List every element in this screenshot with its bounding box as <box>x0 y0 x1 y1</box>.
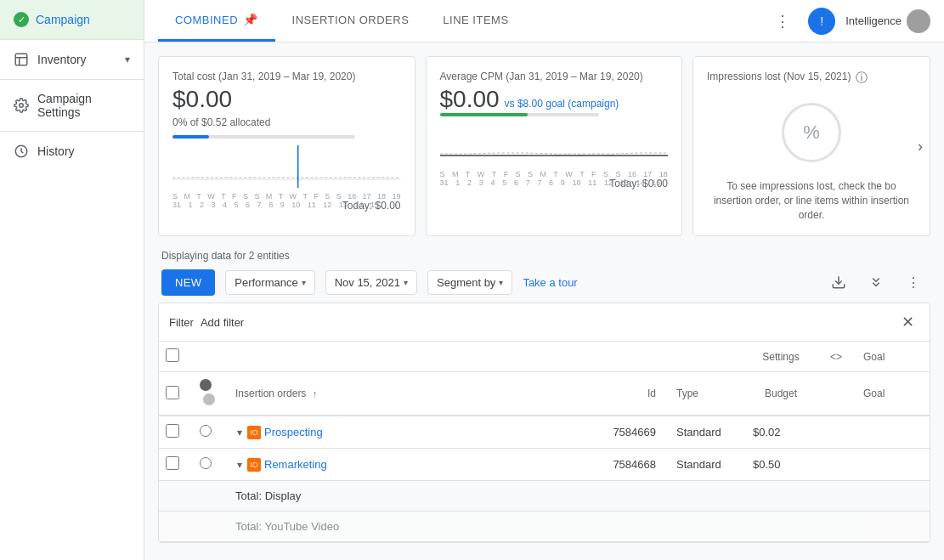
th-checkbox <box>159 372 189 416</box>
row-1-name-link[interactable]: Prospecting <box>264 426 323 438</box>
date-dropdown[interactable]: Nov 15, 2021 ▾ <box>325 270 417 295</box>
date-label: Nov 15, 2021 <box>335 276 400 289</box>
th-select-all <box>159 342 189 372</box>
row-1-id: 7584669 <box>590 416 666 449</box>
th-budget: Budget <box>743 372 819 416</box>
svg-point-3 <box>20 104 24 108</box>
sidebar-item-campaign-settings[interactable]: Campaign Settings <box>0 80 144 131</box>
main-content: COMBINED 📌 INSERTION ORDERS LINE ITEMS ⋮… <box>144 0 944 560</box>
row-1-expand-button[interactable]: ▾ <box>235 427 244 438</box>
row-2-goal <box>853 449 930 481</box>
sidebar-item-campaign[interactable]: Campaign <box>0 0 144 39</box>
date-dropdown-arrow: ▾ <box>404 278 408 287</box>
intelligence-label: Intelligence <box>845 14 902 27</box>
tab-line-items[interactable]: LINE ITEMS <box>426 0 525 42</box>
total-cost-progress-bar <box>172 135 355 139</box>
table-header-row-2: Insertion orders ↑ Id Type Budget Goal <box>159 372 930 416</box>
row-1-io-icon: IO <box>247 426 261 439</box>
row-1-radio[interactable] <box>200 425 212 437</box>
cards-row: Total cost (Jan 31, 2019 – Mar 19, 2020)… <box>158 56 930 236</box>
th-settings-group: Settings <box>743 342 819 372</box>
content-area: Total cost (Jan 31, 2019 – Mar 19, 2020)… <box>144 42 944 560</box>
row-2-name-link[interactable]: Remarketing <box>264 458 327 471</box>
row-1-goal <box>853 416 930 449</box>
impressions-help-icon[interactable]: ⓘ <box>856 71 868 86</box>
performance-dropdown-arrow: ▾ <box>302 278 306 287</box>
card-next-button[interactable]: › <box>918 138 923 156</box>
th-name-label: Insertion orders <box>235 387 306 399</box>
tab-insertion-orders-label: INSERTION ORDERS <box>292 14 410 26</box>
total-video-checkbox-cell <box>159 512 189 542</box>
tab-combined[interactable]: COMBINED 📌 <box>158 0 275 42</box>
average-cpm-progress-fill-green <box>440 113 528 116</box>
table-row: ▾ IO Prospecting 7584669 Standard $0.02 <box>159 416 930 449</box>
bulk-dot-light <box>203 393 215 405</box>
total-display-label: Total: Display <box>225 481 930 512</box>
impressions-percent: % <box>803 122 820 144</box>
select-all-checkbox[interactable] <box>166 348 179 362</box>
history-label: History <box>37 144 75 158</box>
row-2-checkbox[interactable] <box>166 456 179 470</box>
notification-icon: ! <box>820 14 823 28</box>
row-2-radio[interactable] <box>200 457 212 469</box>
toolbar: NEW Performance ▾ Nov 15, 2021 ▾ Segment… <box>158 269 930 296</box>
impressions-lost-header: Impressions lost (Nov 15, 2021) ⓘ <box>707 71 916 86</box>
svg-rect-0 <box>15 54 27 65</box>
total-video-label: Total: YouTube Video <box>225 512 930 542</box>
notification-button[interactable]: ! <box>808 8 835 35</box>
th-id: Id <box>590 372 666 416</box>
th-code-empty <box>819 372 853 416</box>
row-2-type: Standard <box>666 449 743 481</box>
tab-combined-label: COMBINED <box>175 14 238 26</box>
sidebar: Campaign Inventory ▾ Campaign Settings H… <box>0 0 144 560</box>
data-table: Filter Add filter ✕ Settings <> Go <box>158 303 930 543</box>
total-cost-subtitle: 0% of $0.52 allocated <box>172 116 401 128</box>
table-total-display-row: Total: Display <box>159 481 930 512</box>
campaign-label: Campaign <box>36 13 90 26</box>
average-cpm-title: Average CPM (Jan 31, 2019 – Mar 19, 2020… <box>440 71 669 82</box>
row-1-radio-cell <box>189 416 225 449</box>
sidebar-item-inventory[interactable]: Inventory ▾ <box>0 40 144 79</box>
header-checkbox[interactable] <box>166 386 179 399</box>
impressions-lost-card: Impressions lost (Nov 15, 2021) ⓘ % To s… <box>692 56 930 236</box>
average-cpm-values: $0.00 vs $8.00 goal (campaign) <box>440 86 669 113</box>
download-button[interactable] <box>825 269 852 296</box>
filter-close-button[interactable]: ✕ <box>896 310 919 334</box>
inventory-label: Inventory <box>37 53 87 66</box>
inventory-expand-arrow: ▾ <box>125 54 130 65</box>
total-video-radio-cell <box>189 512 225 542</box>
intelligence-avatar <box>907 9 930 33</box>
total-cost-value: $0.00 <box>172 86 401 113</box>
more-options-button[interactable]: ⋮ <box>767 6 798 37</box>
nav-tabs: COMBINED 📌 INSERTION ORDERS LINE ITEMS <box>158 0 526 42</box>
sidebar-item-history[interactable]: History <box>0 132 144 171</box>
table-total-video-row: Total: YouTube Video <box>159 512 930 542</box>
total-cost-progress-fill <box>172 135 209 139</box>
table-body: ▾ IO Prospecting 7584669 Standard $0.02 <box>159 416 930 542</box>
segment-dropdown-arrow: ▾ <box>499 278 503 287</box>
add-filter-button[interactable]: Add filter <box>201 316 244 329</box>
row-2-expand-button[interactable]: ▾ <box>235 459 244 471</box>
row-2-budget: $0.50 <box>743 449 819 481</box>
new-button[interactable]: NEW <box>161 269 215 296</box>
performance-dropdown[interactable]: Performance ▾ <box>225 270 314 295</box>
average-cpm-progress-bar <box>440 113 600 116</box>
row-checkbox-cell-1 <box>159 416 189 449</box>
segment-dropdown[interactable]: Segment by ▾ <box>427 270 512 295</box>
th-code-group: <> <box>819 342 853 372</box>
settings-icon <box>14 98 29 113</box>
total-checkbox-cell <box>159 481 189 512</box>
tab-insertion-orders[interactable]: INSERTION ORDERS <box>275 0 427 42</box>
take-a-tour-link[interactable]: Take a tour <box>523 276 577 289</box>
expand-button[interactable] <box>862 269 890 296</box>
chart-dates-cost: SMTWTFSSMTWTFSS16171819 <box>172 192 401 201</box>
row-1-checkbox[interactable] <box>166 424 179 438</box>
table-row: ▾ IO Remarketing 7584668 Standard $0.50 <box>159 449 930 481</box>
more-button[interactable]: ⋮ <box>900 269 927 296</box>
bulk-dot-dark <box>200 379 212 391</box>
th-dots <box>189 372 225 416</box>
average-cpm-chart: SMTWTFSSMTWTFSS161718 311234567789101112… <box>440 123 669 174</box>
total-radio-cell <box>189 481 225 512</box>
sort-icon[interactable]: ↑ <box>313 388 318 399</box>
intelligence-button[interactable]: Intelligence <box>845 9 930 33</box>
